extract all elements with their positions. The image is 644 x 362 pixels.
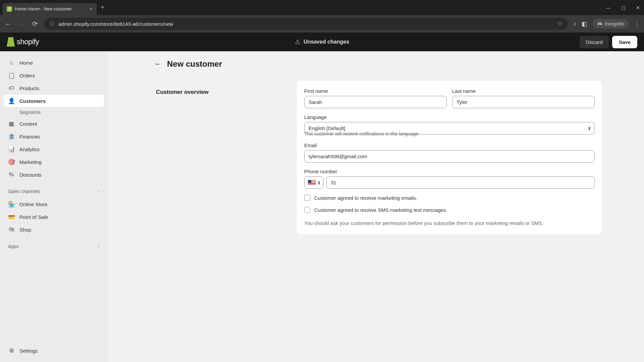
incognito-icon: 🕶 [597,21,602,26]
select-chevron-icon: ▴▾ [588,126,590,131]
last-name-input[interactable] [452,96,595,108]
window-controls: — ▢ ✕ [605,5,641,10]
sidebar-item-online-store[interactable]: 🏪 Online Store [3,198,104,210]
shop-icon: 🛍 [8,226,15,233]
sidebar-section-label: Apps [8,244,19,249]
sidebar-item-label: Orders [19,73,35,78]
sidebar-item-settings[interactable]: ⚙ Settings [3,345,104,357]
sidebar-item-label: Discounts [19,172,42,178]
browser-nav-bar: ← → ⟳ ⓘ admin.shopify.com/store/de8143-a… [0,15,644,33]
home-icon: ⌂ [8,59,15,66]
content-icon: ▦ [8,120,15,127]
sidebar-item-label: Settings [19,348,38,354]
content-area: ← New customer Customer overview First n… [107,51,644,362]
incognito-label: Incognito [605,21,624,26]
sidebar-section-sales[interactable]: Sales channels › [3,185,104,197]
tab-title: Home Haven · New customer · [15,6,87,11]
sidebar-item-label: Home [19,60,33,66]
save-button[interactable]: Save [612,36,637,48]
sidebar-sub-segments[interactable]: Segments [3,108,104,117]
sidebar-item-label: Shop [19,227,31,233]
url-text: admin.shopify.com/store/de8143-a6/custom… [58,21,553,27]
sidebar-item-home[interactable]: ⌂ Home [3,57,104,69]
section-title: Customer overview [156,89,283,96]
finances-icon: 🏦 [8,133,15,140]
country-code-select[interactable]: ▴▾ [304,176,324,189]
browser-menu-icon[interactable]: ⋮ [634,20,640,27]
warning-icon: ⚠ [295,38,300,46]
incognito-badge[interactable]: 🕶 Incognito [593,19,629,28]
phone-label: Phone number [304,169,595,174]
discard-button[interactable]: Discard [580,36,609,48]
browser-tab[interactable]: S Home Haven · New customer · × [3,3,97,15]
sidebar-item-products[interactable]: 🏷 Products [3,82,104,94]
marketing-icon: 🎯 [8,159,15,165]
shopify-bag-icon [7,37,15,47]
url-bar[interactable]: ⓘ admin.shopify.com/store/de8143-a6/cust… [44,18,568,30]
sidebar-item-label: Content [19,121,37,127]
customers-icon: 👤 [8,98,15,104]
close-window-button[interactable]: ✕ [635,5,641,10]
language-label: Language [304,114,595,120]
shopify-wordmark: shopify [17,38,39,46]
phone-input[interactable] [326,176,595,189]
sidebar-item-label: Online Store [19,201,47,207]
sidebar-item-customers[interactable]: 👤 Customers [3,95,104,107]
sidebar-item-marketing[interactable]: 🎯 Marketing [3,156,104,168]
app-topbar: shopify ⚠ Unsaved changes Discard Save [0,33,644,51]
email-input[interactable] [304,150,595,163]
sidebar-item-label: Customers [19,98,46,104]
email-label: Email [304,142,595,148]
sidebar-item-pos[interactable]: 💳 Point of Sale [3,211,104,223]
forward-button[interactable]: → [17,20,25,28]
analytics-icon: 📊 [8,146,15,153]
sidebar-item-label: Products [19,85,39,91]
sidebar-item-label: Finances [19,134,40,139]
page-title: New customer [167,59,222,69]
select-chevron-icon: ▴▾ [318,180,320,185]
sidebar-item-orders[interactable]: 📋 Orders [3,69,104,81]
new-tab-button[interactable]: + [101,4,105,11]
orders-icon: 📋 [8,72,15,79]
customer-overview-card: First name Last name Language English [D… [297,81,602,235]
sidebar-item-finances[interactable]: 🏦 Finances [3,130,104,142]
sidebar-item-label: Marketing [19,159,42,165]
panel-icon[interactable]: ◧ [582,20,587,27]
sidebar-item-analytics[interactable]: 📊 Analytics [3,143,104,155]
bookmark-icon[interactable]: ☆ [557,20,562,27]
sidebar-item-label: Analytics [19,146,40,152]
sidebar-item-discounts[interactable]: % Discounts [3,169,104,181]
sidebar-item-content[interactable]: ▦ Content [3,118,104,130]
back-button[interactable]: ← [4,20,12,28]
shopify-logo[interactable]: shopify [7,37,39,47]
sidebar-item-shop[interactable]: 🛍 Shop [3,224,104,236]
marketing-sms-checkbox[interactable] [304,207,310,213]
back-arrow-button[interactable]: ← [154,60,162,68]
unsaved-label: Unsaved changes [304,39,349,45]
media-icon[interactable]: ♪ [573,20,576,27]
shopify-favicon: S [7,6,12,12]
marketing-sms-label: Customer agreed to receive SMS marketing… [314,207,447,213]
unsaved-changes-indicator: ⚠ Unsaved changes [295,38,349,46]
sidebar-section-apps[interactable]: Apps › [3,240,104,252]
sidebar-section-label: Sales channels [8,189,40,194]
discounts-icon: % [8,171,15,178]
site-info-icon[interactable]: ⓘ [50,21,54,27]
first-name-label: First name [304,88,447,94]
marketing-email-checkbox[interactable] [304,195,310,201]
products-icon: 🏷 [8,85,15,92]
chevron-right-icon: › [98,189,99,194]
us-flag-icon [308,180,316,185]
first-name-input[interactable] [304,96,447,108]
marketing-disclaimer: You should ask your customers for permis… [304,220,595,227]
close-tab-icon[interactable]: × [90,6,93,12]
pos-icon: 💳 [8,214,15,220]
reload-button[interactable]: ⟳ [31,20,39,28]
last-name-label: Last name [452,88,595,94]
marketing-email-label: Customer agreed to receive marketing ema… [314,195,417,201]
sidebar: ⌂ Home 📋 Orders 🏷 Products 👤 Customers S… [0,51,107,362]
minimize-button[interactable]: — [605,5,612,10]
sidebar-item-label: Point of Sale [19,214,48,220]
language-value: English [Default] [309,125,345,131]
maximize-button[interactable]: ▢ [620,5,627,10]
